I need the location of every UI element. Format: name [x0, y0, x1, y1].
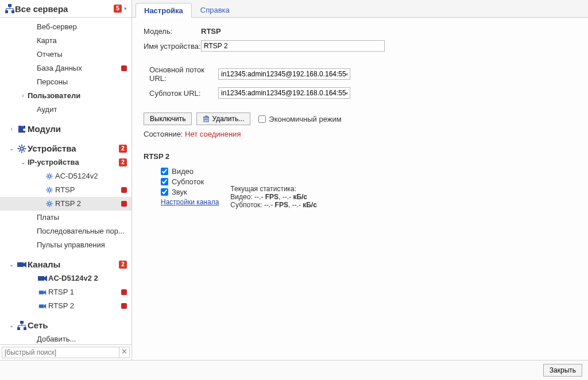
gear-icon — [16, 144, 28, 154]
chevron-icon[interactable]: ⌄ — [8, 320, 15, 331]
svg-rect-12 — [17, 327, 20, 330]
sidebar-item[interactable]: Отчеты — [0, 48, 131, 61]
sub-url-input[interactable] — [218, 87, 350, 99]
gear-sm-icon — [44, 200, 55, 208]
sidebar-item[interactable]: Последовательные пор... — [0, 224, 131, 238]
sidebar-item[interactable]: ⌄Сеть — [0, 319, 131, 332]
sidebar-item-label: Пульты управления — [37, 239, 127, 251]
chevron-icon[interactable]: ⌄ — [8, 143, 15, 154]
sidebar-item[interactable]: AC-D5124v2 2 — [0, 272, 131, 285]
status-dot — [121, 187, 127, 193]
sidebar-item-label: Сеть — [28, 320, 127, 331]
network-icon — [5, 3, 15, 14]
disable-button[interactable]: Выключить — [144, 113, 192, 125]
footer: Закрыть — [0, 360, 588, 380]
sidebar-item-label: AC-D5124v2 — [55, 170, 127, 182]
sidebar-item-label: AC-D5124v2 2 — [48, 273, 127, 284]
eco-mode-checkbox[interactable]: Экономичный режим — [258, 115, 341, 123]
status-dot — [121, 201, 127, 207]
count-badge: 2 — [119, 261, 127, 269]
sidebar-item[interactable]: ›Модули — [0, 122, 131, 136]
stats-sub: Субпоток: --.- FPS, --.- кБ/с — [230, 201, 317, 209]
svg-rect-11 — [20, 321, 24, 324]
sidebar-item-label: Карта — [37, 35, 127, 46]
sidebar-item-label: Модули — [28, 123, 127, 135]
sidebar-item[interactable]: ›Пользователи — [0, 89, 131, 103]
sidebar-item[interactable]: ⌄Каналы2 — [0, 258, 131, 272]
status-dot — [121, 289, 127, 295]
sidebar-item[interactable]: Веб-сервер — [0, 20, 131, 34]
main-url-input[interactable] — [218, 68, 350, 80]
device-name-label: Имя устройства: — [144, 42, 201, 51]
sidebar-item-label: Пользователи — [28, 90, 127, 102]
content: Настройка Справка Модель: RTSP Имя устро… — [132, 0, 588, 360]
sidebar-item[interactable]: RTSP 1 — [0, 285, 131, 299]
sidebar-header: Все сервера 5 ▾ — [0, 0, 131, 18]
tabs: Настройка Справка — [132, 0, 588, 18]
sidebar-item[interactable]: RTSP — [0, 183, 131, 197]
close-button[interactable]: Закрыть — [543, 364, 582, 377]
sidebar-item[interactable]: AC-D5124v2 — [0, 169, 131, 183]
search-input[interactable] — [2, 347, 119, 358]
chevron-icon[interactable]: › — [8, 123, 15, 135]
sidebar-item[interactable]: RTSP 2 — [0, 299, 131, 313]
video-checkbox[interactable]: Видео — [161, 167, 219, 176]
svg-point-5 — [48, 189, 51, 191]
chevron-icon[interactable]: › — [20, 90, 26, 102]
svg-point-6 — [48, 203, 51, 205]
sidebar-item[interactable]: ⌄IP-устройства2 — [0, 156, 131, 169]
sidebar: Все сервера 5 ▾ Веб-серверКартаОтчетыБаз… — [0, 0, 132, 360]
sidebar-item[interactable]: Платы — [0, 211, 131, 224]
sidebar-item-label: Веб-сервер — [37, 21, 127, 33]
status-dot — [121, 303, 127, 309]
svg-rect-10 — [39, 304, 44, 308]
device-name-input[interactable] — [201, 40, 385, 52]
sidebar-item-label: Отчеты — [37, 49, 127, 60]
svg-rect-13 — [24, 327, 26, 330]
model-label: Модель: — [144, 27, 201, 36]
substream-checkbox[interactable]: Субпоток — [161, 177, 219, 186]
audio-checkbox[interactable]: Звук — [161, 188, 219, 196]
count-badge: 2 — [119, 145, 127, 153]
sidebar-item[interactable]: RTSP 2 — [0, 197, 131, 211]
sidebar-item[interactable]: Карта — [0, 34, 131, 48]
channel-title: RTSP 2 — [144, 152, 577, 161]
network-icon — [16, 320, 28, 331]
camera-sm-icon — [37, 303, 48, 309]
count-badge: 2 — [119, 158, 127, 166]
search-clear-icon[interactable]: ✕ — [119, 347, 130, 358]
camera-icon — [16, 261, 28, 269]
sidebar-item[interactable]: ⌄Устройства2 — [0, 142, 131, 156]
sidebar-badge: 5 — [114, 5, 122, 13]
stats-title: Текущая статистика: — [230, 185, 317, 193]
sidebar-item[interactable]: База Данных — [0, 61, 131, 75]
sidebar-item[interactable]: Пульты управления — [0, 238, 131, 252]
delete-button[interactable]: Удалить... — [196, 113, 250, 125]
sidebar-item-label: Платы — [37, 212, 127, 223]
stats-block: Текущая статистика: Видео: --.- FPS, --.… — [230, 185, 317, 209]
svg-rect-7 — [17, 262, 24, 267]
svg-point-4 — [48, 175, 51, 177]
camera-icon — [37, 274, 48, 282]
puzzle-icon — [16, 124, 28, 134]
sidebar-tree: Веб-серверКартаОтчетыБаза ДанныхПерсоны›… — [0, 18, 131, 344]
svg-rect-1 — [5, 10, 8, 13]
chevron-icon[interactable]: ⌄ — [20, 157, 26, 168]
camera-sm-icon — [37, 289, 48, 296]
sidebar-item-label: Устройства — [28, 143, 119, 154]
chevron-icon[interactable]: ⌄ — [8, 259, 15, 270]
trash-icon — [203, 115, 210, 122]
chevron-down-icon[interactable]: ▾ — [124, 6, 127, 11]
tab-settings[interactable]: Настройка — [136, 3, 192, 18]
svg-rect-2 — [11, 10, 14, 13]
channel-settings-link[interactable]: Настройки канала — [161, 198, 219, 206]
svg-rect-9 — [39, 290, 44, 294]
sidebar-item[interactable]: Добавить... — [0, 332, 131, 344]
svg-rect-0 — [8, 4, 11, 7]
main-url-label: Основной поток URL: — [149, 65, 218, 83]
sidebar-item[interactable]: Аудит — [0, 103, 131, 117]
gear-sm-icon — [44, 172, 55, 180]
sidebar-item[interactable]: Персоны — [0, 75, 131, 89]
tab-help[interactable]: Справка — [192, 2, 238, 17]
sidebar-item-label: RTSP 2 — [55, 198, 121, 210]
